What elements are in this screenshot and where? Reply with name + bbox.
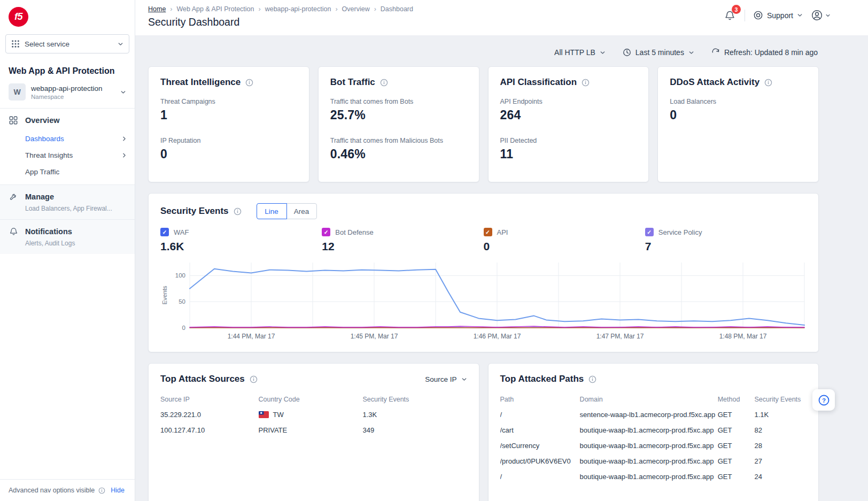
- bottom-card-grid: Top Attack Sources Source IP Source IP: [148, 363, 819, 501]
- attacked-path-row: /boutique-waap-lb1.acmecorp-prod.f5xc.ap…: [500, 469, 807, 484]
- attack-sources-table: Source IPCountry CodeSecurity Events35.2…: [160, 393, 467, 438]
- nav-notifications-section: Notifications Alerts, Audit Logs: [0, 219, 135, 254]
- legend-item-waf: WAF1.6K: [160, 228, 322, 253]
- legend-value: 12: [322, 240, 483, 253]
- support-menu[interactable]: Support: [753, 10, 803, 20]
- sidebar-item-overview[interactable]: Overview: [0, 109, 135, 130]
- sidebar-item-notifications[interactable]: Notifications: [0, 220, 135, 241]
- breadcrumb-web-app-api-protection[interactable]: Web App & API Protection: [166, 5, 254, 13]
- select-service-label: Select service: [25, 40, 69, 48]
- select-service-dropdown[interactable]: Select service: [5, 34, 129, 53]
- cell-path: /product/0PUK6V6EV0: [500, 453, 580, 469]
- attacked-paths-table: PathDomainMethodSecurity Events/sentence…: [500, 393, 807, 484]
- metric-card-threat-intelligence: Threat IntelligenceThreat Campaigns1IP R…: [148, 66, 309, 182]
- chart-view-area-button[interactable]: Area: [286, 203, 317, 219]
- column-header-path: Path: [500, 393, 580, 407]
- chevron-right-icon: [121, 152, 127, 158]
- topbar-right: 3 Support: [723, 9, 831, 22]
- breadcrumb-webapp-api-protection[interactable]: webapp-api-protection: [254, 5, 331, 13]
- nav-manage-section: Manage Load Balancers, App Firewal...: [0, 184, 135, 219]
- metric-value: 0.46%: [330, 147, 467, 161]
- cell-security-events: 24: [754, 469, 807, 484]
- attack-source-row: 100.127.47.10PRIVATE349: [160, 422, 467, 438]
- metric-value: 11: [500, 147, 637, 161]
- line-chart-svg: 0501001:44 PM, Mar 171:45 PM, Mar 171:46…: [160, 259, 808, 341]
- cell-source-ip: 35.229.221.0: [160, 407, 259, 422]
- info-icon[interactable]: [234, 207, 242, 215]
- cell-method: GET: [718, 469, 755, 484]
- chevron-down-icon: [600, 50, 606, 56]
- group-by-label: Source IP: [425, 375, 456, 383]
- sidebar: f5 Select service Web App & API Protecti…: [0, 0, 135, 501]
- info-icon[interactable]: [245, 79, 253, 87]
- product-title: Web App & API Protection: [0, 59, 135, 79]
- refresh-button[interactable]: Refresh: Updated 8 min ago: [711, 48, 818, 57]
- group-by-dropdown[interactable]: Source IP: [425, 375, 467, 383]
- cell-domain: boutique-waap-lb1.acmecorp-prod.f5xc.app: [580, 469, 718, 484]
- info-icon[interactable]: [582, 79, 590, 87]
- chevron-down-icon: [118, 41, 123, 47]
- help-button[interactable]: ?: [812, 389, 835, 411]
- metric-label: Traffic that comes from Malicious Bots: [330, 137, 467, 144]
- sidebar-item-app-traffic[interactable]: App Traffic: [0, 164, 135, 184]
- refresh-icon: [711, 48, 720, 57]
- chevron-down-icon: [797, 12, 803, 18]
- notifications-bell-button[interactable]: 3: [723, 9, 737, 22]
- metric-label: Load Balancers: [670, 98, 807, 105]
- cell-security-events: 1.1K: [754, 407, 807, 422]
- time-range-dropdown[interactable]: Last 5 minutes: [623, 48, 694, 57]
- svg-text:Events: Events: [161, 286, 168, 304]
- bot-defense-checkbox[interactable]: [322, 228, 330, 236]
- breadcrumb-overview[interactable]: Overview: [331, 5, 369, 13]
- info-icon[interactable]: [98, 487, 105, 494]
- dashboards-label: Dashboards: [25, 135, 64, 143]
- legend-label: Bot Defense: [335, 228, 374, 236]
- info-icon[interactable]: [588, 375, 596, 383]
- cell-domain: boutique-waap-lb1.acmecorp-prod.f5xc.app: [580, 453, 718, 469]
- info-icon[interactable]: [380, 79, 388, 87]
- threat-insights-label: Threat Insights: [25, 151, 73, 159]
- info-icon[interactable]: [764, 79, 772, 87]
- metric-value: 1: [160, 108, 297, 122]
- waffle-grid-icon: [11, 40, 20, 48]
- svg-text:1:45 PM, Mar 17: 1:45 PM, Mar 17: [351, 333, 398, 340]
- sidebar-item-threat-insights[interactable]: Threat Insights: [0, 147, 135, 164]
- metric-label: API Endpoints: [500, 98, 637, 105]
- chart-view-line-button[interactable]: Line: [257, 203, 287, 219]
- namespace-info: webapp-api-protection Namespace: [31, 84, 103, 100]
- breadcrumb-home[interactable]: Home: [148, 5, 166, 13]
- topbar: HomeWeb App & API Protectionwebapp-api-p…: [135, 0, 868, 35]
- metric-card-title: Threat Intelligence: [160, 77, 241, 88]
- legend-item-service-policy: Service Policy7: [645, 228, 807, 253]
- security-events-chart: 0501001:44 PM, Mar 171:45 PM, Mar 171:46…: [160, 259, 807, 343]
- chevron-down-icon: [688, 50, 694, 56]
- logo-wrap: f5: [0, 0, 135, 31]
- attacked-path-row: /setCurrencyboutique-waap-lb1.acmecorp-p…: [500, 438, 807, 453]
- metric-card-grid: Threat IntelligenceThreat Campaigns1IP R…: [148, 66, 819, 182]
- chevron-down-icon: [461, 376, 467, 382]
- column-header-source-ip: Source IP: [160, 393, 259, 407]
- cell-path: /setCurrency: [500, 438, 580, 453]
- svg-text:1:48 PM, Mar 17: 1:48 PM, Mar 17: [719, 333, 767, 340]
- cell-method: GET: [718, 453, 755, 469]
- svg-text:0: 0: [182, 325, 185, 331]
- legend-value: 0: [484, 240, 645, 253]
- account-menu[interactable]: [811, 9, 831, 21]
- legend-value: 1.6K: [160, 240, 322, 253]
- refresh-label: Refresh: Updated 8 min ago: [724, 48, 818, 57]
- waf-checkbox[interactable]: [160, 228, 169, 236]
- metric-card-api-classification: API ClassificationAPI Endpoints264PII De…: [488, 66, 649, 182]
- f5-logo[interactable]: f5: [9, 7, 28, 27]
- svg-text:100: 100: [175, 272, 185, 279]
- sidebar-item-dashboards[interactable]: Dashboards: [0, 130, 135, 147]
- security-events-header: Security Events LineArea: [160, 203, 807, 219]
- lb-filter-dropdown[interactable]: All HTTP LB: [554, 48, 606, 57]
- chart-view-toggle: LineArea: [257, 203, 317, 219]
- cell-domain: boutique-waap-lb1.acmecorp-prod.f5xc.app: [580, 438, 718, 453]
- info-icon[interactable]: [250, 375, 258, 383]
- api-checkbox[interactable]: [484, 228, 492, 236]
- hide-nav-link[interactable]: Hide: [111, 487, 125, 494]
- namespace-selector[interactable]: W webapp-api-protection Namespace: [0, 79, 135, 108]
- sidebar-item-manage[interactable]: Manage: [0, 185, 135, 206]
- service-policy-checkbox[interactable]: [645, 228, 654, 236]
